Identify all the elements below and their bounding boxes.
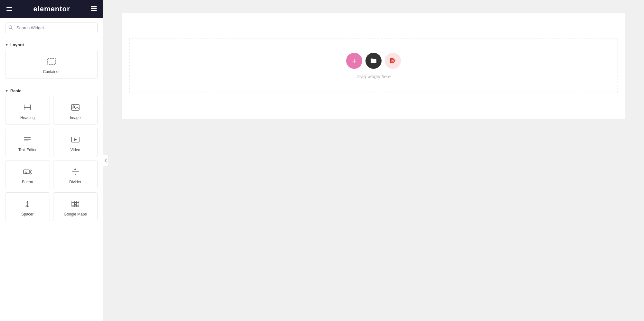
layout-section-label: ▼ Layout bbox=[0, 38, 103, 50]
heading-label: Heading bbox=[20, 115, 35, 120]
image-label: Image bbox=[70, 115, 80, 120]
container-label: Container bbox=[43, 69, 60, 74]
video-label: Video bbox=[71, 148, 80, 152]
widget-card-spacer[interactable]: Spacer bbox=[5, 192, 50, 221]
svg-rect-3 bbox=[91, 6, 93, 7]
add-button-label: + bbox=[352, 57, 356, 65]
layout-widget-grid: Container bbox=[0, 50, 103, 84]
hamburger-menu-icon[interactable] bbox=[6, 5, 13, 13]
svg-rect-8 bbox=[95, 8, 97, 9]
sidebar-header: elementor bbox=[0, 0, 103, 18]
svg-text:N: N bbox=[391, 59, 394, 63]
canvas-container: + N Drag widget here bbox=[122, 13, 625, 119]
basic-widget-grid: Heading Image Text Editor bbox=[0, 96, 103, 226]
news-button[interactable]: N bbox=[385, 53, 401, 69]
sidebar-collapse-toggle[interactable] bbox=[103, 155, 109, 166]
svg-rect-11 bbox=[95, 10, 97, 11]
widget-card-container[interactable]: Container bbox=[5, 50, 98, 79]
google-maps-label: Google Maps bbox=[64, 212, 87, 216]
svg-rect-7 bbox=[93, 8, 95, 9]
heading-icon bbox=[22, 102, 33, 113]
svg-marker-24 bbox=[74, 138, 77, 141]
basic-section-label: ▼ Basic bbox=[0, 84, 103, 96]
widget-card-heading[interactable]: Heading bbox=[5, 96, 50, 125]
widget-card-text-editor[interactable]: Text Editor bbox=[5, 128, 50, 157]
divider-icon bbox=[70, 166, 81, 177]
drop-zone-text: Drag widget here bbox=[356, 74, 391, 79]
svg-line-29 bbox=[31, 173, 32, 174]
container-icon bbox=[46, 56, 57, 67]
text-editor-label: Text Editor bbox=[18, 148, 37, 152]
apps-grid-icon[interactable] bbox=[90, 5, 97, 13]
svg-point-37 bbox=[74, 203, 76, 205]
video-icon bbox=[70, 134, 81, 145]
add-widget-button[interactable]: + bbox=[346, 53, 362, 69]
svg-rect-6 bbox=[91, 8, 93, 9]
spacer-icon bbox=[22, 198, 33, 209]
button-icon bbox=[22, 166, 33, 177]
folder-button[interactable] bbox=[365, 53, 382, 69]
image-icon bbox=[70, 102, 81, 113]
drop-zone[interactable]: + N Drag widget here bbox=[129, 39, 618, 93]
svg-rect-4 bbox=[93, 6, 95, 7]
widget-card-video[interactable]: Video bbox=[53, 128, 98, 157]
widget-card-button[interactable]: Button bbox=[5, 160, 50, 189]
text-editor-icon bbox=[22, 134, 33, 145]
button-label: Button bbox=[22, 180, 33, 184]
divider-label: Divider bbox=[69, 180, 81, 184]
drop-zone-buttons: + N bbox=[346, 53, 401, 69]
svg-rect-18 bbox=[71, 105, 79, 110]
svg-rect-10 bbox=[93, 10, 95, 11]
widget-card-google-maps[interactable]: Google Maps bbox=[53, 192, 98, 221]
widget-card-divider[interactable]: Divider bbox=[53, 160, 98, 189]
svg-rect-5 bbox=[95, 6, 97, 7]
svg-rect-14 bbox=[47, 59, 56, 64]
widget-card-image[interactable]: Image bbox=[53, 96, 98, 125]
google-maps-icon bbox=[70, 198, 81, 209]
canvas-area: + N Drag widget here bbox=[103, 0, 644, 321]
search-section bbox=[0, 18, 103, 38]
svg-rect-9 bbox=[91, 10, 93, 11]
layout-arrow-icon: ▼ bbox=[5, 43, 8, 47]
sidebar: elementor bbox=[0, 0, 103, 321]
spacer-label: Spacer bbox=[21, 212, 33, 216]
svg-rect-36 bbox=[72, 201, 79, 207]
svg-line-27 bbox=[31, 170, 32, 171]
app-logo: elementor bbox=[33, 5, 70, 13]
basic-arrow-icon: ▼ bbox=[5, 89, 8, 93]
search-input[interactable] bbox=[5, 23, 98, 33]
